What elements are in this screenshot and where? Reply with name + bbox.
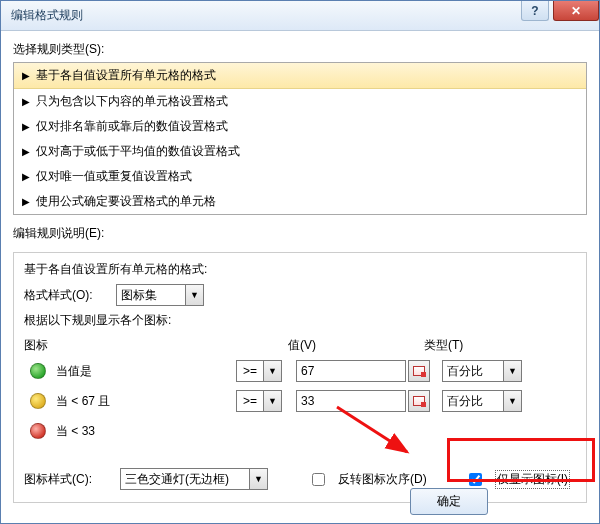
rule-type-list[interactable]: ▶基于各自值设置所有单元格的格式 ▶只为包含以下内容的单元格设置格式 ▶仅对排名…: [13, 62, 587, 215]
rule-type-text: 仅对排名靠前或靠后的数值设置格式: [36, 118, 228, 135]
rule-desc-fieldset: 基于各自值设置所有单元格的格式: 格式样式(O): ▼ 根据以下规则显示各个图标…: [13, 252, 587, 503]
rule-desc-label: 编辑规则说明(E):: [13, 225, 587, 242]
chevron-right-icon: ▶: [22, 121, 30, 132]
rule-type-text: 只为包含以下内容的单元格设置格式: [36, 93, 228, 110]
range-picker-icon: [413, 366, 425, 376]
chevron-down-icon[interactable]: ▼: [186, 284, 204, 306]
icon-style-combo[interactable]: ▼: [120, 468, 268, 490]
show-icon-only-label: 仅显示图标(I): [495, 470, 570, 489]
rule-type-text: 仅对唯一值或重复值设置格式: [36, 168, 192, 185]
dialog-window: 编辑格式规则 ? ✕ 选择规则类型(S): ▶基于各自值设置所有单元格的格式 ▶…: [0, 0, 600, 524]
traffic-red-icon: [30, 423, 46, 439]
chevron-right-icon: ▶: [22, 96, 30, 107]
value-input[interactable]: [296, 390, 406, 412]
reverse-order-label: 反转图标次序(D): [338, 471, 427, 488]
value-input[interactable]: [296, 360, 406, 382]
traffic-green-icon: [30, 363, 46, 379]
operator-combo[interactable]: ▼: [236, 360, 282, 382]
display-rules-label: 根据以下规则显示各个图标:: [24, 312, 576, 329]
chevron-down-icon[interactable]: ▼: [504, 360, 522, 382]
rule-type-item[interactable]: ▶只为包含以下内容的单元格设置格式: [14, 89, 586, 114]
operator-input[interactable]: [236, 390, 264, 412]
rule-type-label: 选择规则类型(S):: [13, 41, 587, 58]
col-type-label: 类型(T): [424, 337, 463, 354]
based-on-label: 基于各自值设置所有单元格的格式:: [24, 261, 576, 278]
col-icon-label: 图标: [24, 337, 92, 354]
columns-header: 图标 值(V) 类型(T): [24, 337, 576, 354]
icon-rule-label: 当 < 33: [56, 423, 146, 440]
titlebar: 编辑格式规则 ? ✕: [1, 1, 599, 31]
chevron-down-icon[interactable]: ▼: [264, 360, 282, 382]
range-picker-button[interactable]: [408, 360, 430, 382]
format-style-input[interactable]: [116, 284, 186, 306]
format-style-label: 格式样式(O):: [24, 287, 110, 304]
chevron-down-icon[interactable]: ▼: [504, 390, 522, 412]
rule-type-item[interactable]: ▶使用公式确定要设置格式的单元格: [14, 189, 586, 214]
type-combo[interactable]: ▼: [442, 390, 522, 412]
operator-input[interactable]: [236, 360, 264, 382]
show-icon-only-checkbox[interactable]: [469, 473, 482, 486]
icon-rule-row: 当值是 ▼ ▼: [24, 358, 576, 384]
rule-type-item[interactable]: ▶仅对唯一值或重复值设置格式: [14, 164, 586, 189]
window-title: 编辑格式规则: [11, 7, 83, 24]
range-picker-icon: [413, 396, 425, 406]
icon-style-label: 图标样式(C):: [24, 471, 110, 488]
rule-type-text: 使用公式确定要设置格式的单元格: [36, 193, 216, 210]
type-combo[interactable]: ▼: [442, 360, 522, 382]
format-style-combo[interactable]: ▼: [116, 284, 204, 306]
chevron-right-icon: ▶: [22, 70, 30, 81]
chevron-down-icon[interactable]: ▼: [250, 468, 268, 490]
rule-type-item[interactable]: ▶仅对高于或低于平均值的数值设置格式: [14, 139, 586, 164]
help-button[interactable]: ?: [521, 1, 549, 21]
chevron-right-icon: ▶: [22, 196, 30, 207]
ok-button[interactable]: 确定: [410, 488, 488, 515]
chevron-right-icon: ▶: [22, 171, 30, 182]
icon-rule-row: 当 < 67 且 ▼ ▼: [24, 388, 576, 414]
reverse-order-checkbox[interactable]: [312, 473, 325, 486]
type-input[interactable]: [442, 360, 504, 382]
close-button[interactable]: ✕: [553, 1, 599, 21]
rule-type-text: 仅对高于或低于平均值的数值设置格式: [36, 143, 240, 160]
traffic-yellow-icon: [30, 393, 46, 409]
range-picker-button[interactable]: [408, 390, 430, 412]
icon-rule-label: 当值是: [56, 363, 146, 380]
rule-type-item[interactable]: ▶基于各自值设置所有单元格的格式: [14, 63, 586, 89]
type-input[interactable]: [442, 390, 504, 412]
icon-rule-label: 当 < 67 且: [56, 393, 146, 410]
rule-type-item[interactable]: ▶仅对排名靠前或靠后的数值设置格式: [14, 114, 586, 139]
chevron-down-icon[interactable]: ▼: [264, 390, 282, 412]
operator-combo[interactable]: ▼: [236, 390, 282, 412]
rule-type-text: 基于各自值设置所有单元格的格式: [36, 67, 216, 84]
icon-style-input[interactable]: [120, 468, 250, 490]
chevron-right-icon: ▶: [22, 146, 30, 157]
col-value-label: 值(V): [288, 337, 424, 354]
icon-rule-row: 当 < 33: [24, 418, 576, 444]
